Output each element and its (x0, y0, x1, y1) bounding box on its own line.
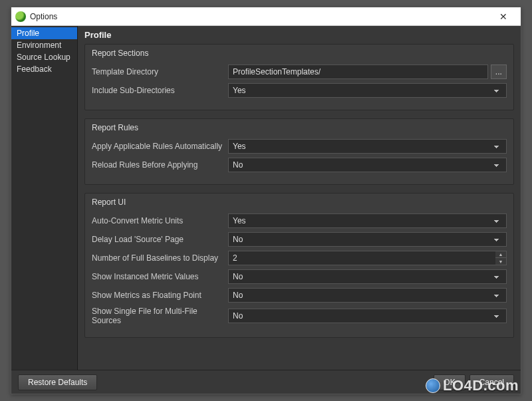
app-icon (15, 11, 26, 22)
watermark: LO4D.com (426, 377, 519, 394)
row-show-single: Show Single File for Multi-File Sources … (92, 307, 507, 325)
spinner-num-baselines[interactable]: ▲ ▼ (495, 251, 507, 265)
label-show-floating: Show Metrics as Floating Point (92, 291, 228, 300)
sidebar-item-profile[interactable]: Profile (11, 27, 77, 39)
row-template-directory: Template Directory ... (92, 65, 507, 79)
select-auto-convert[interactable]: YesNo (228, 213, 507, 228)
chevron-down-icon[interactable]: ▼ (495, 258, 506, 265)
row-auto-convert: Auto-Convert Metric Units YesNo (92, 213, 507, 228)
chevron-up-icon[interactable]: ▲ (495, 251, 506, 258)
label-template-directory: Template Directory (92, 67, 228, 76)
globe-icon (426, 378, 440, 393)
browse-button[interactable]: ... (491, 65, 507, 79)
select-reload-before[interactable]: YesNo (228, 158, 507, 172)
close-icon[interactable]: ✕ (490, 7, 517, 25)
label-show-instanced: Show Instanced Metric Values (92, 272, 228, 281)
sidebar-item-source-lookup[interactable]: Source Lookup (11, 51, 77, 63)
input-template-directory[interactable] (228, 65, 488, 79)
select-apply-auto[interactable]: YesNo (228, 139, 507, 154)
label-auto-convert: Auto-Convert Metric Units (92, 216, 228, 225)
row-apply-auto: Apply Applicable Rules Automatically Yes… (92, 139, 507, 154)
label-include-subdirs: Include Sub-Directories (92, 86, 228, 95)
window-body: Profile Environment Source Lookup Feedba… (11, 26, 521, 370)
page-title: Profile (84, 30, 514, 40)
row-reload-before: Reload Rules Before Applying YesNo (92, 158, 507, 172)
restore-defaults-button[interactable]: Restore Defaults (18, 374, 97, 390)
select-delay-source[interactable]: YesNo (228, 232, 507, 247)
select-include-subdirs[interactable]: YesNo (228, 83, 507, 98)
main-panel: Profile Report Sections Template Directo… (78, 26, 521, 370)
sidebar-item-feedback[interactable]: Feedback (11, 63, 77, 75)
label-show-single: Show Single File for Multi-File Sources (92, 307, 228, 325)
row-show-floating: Show Metrics as Floating Point YesNo (92, 288, 507, 303)
group-title-report-rules: Report Rules (92, 123, 507, 132)
select-show-floating[interactable]: YesNo (228, 288, 507, 303)
group-report-rules: Report Rules Apply Applicable Rules Auto… (84, 118, 514, 185)
label-apply-auto: Apply Applicable Rules Automatically (92, 142, 228, 151)
row-delay-source: Delay Load 'Source' Page YesNo (92, 232, 507, 247)
row-num-baselines: Number of Full Baselines to Display ▲ ▼ (92, 251, 507, 265)
row-include-subdirs: Include Sub-Directories YesNo (92, 83, 507, 98)
sidebar: Profile Environment Source Lookup Feedba… (11, 26, 78, 370)
watermark-text: LO4D.com (443, 377, 519, 394)
select-show-single[interactable]: YesNo (228, 309, 507, 323)
input-num-baselines[interactable] (228, 251, 495, 265)
select-show-instanced[interactable]: YesNo (228, 269, 507, 284)
label-delay-source: Delay Load 'Source' Page (92, 235, 228, 244)
label-num-baselines: Number of Full Baselines to Display (92, 253, 228, 263)
titlebar: Options ✕ (11, 7, 521, 26)
group-report-sections: Report Sections Template Directory ... I… (84, 44, 514, 110)
group-title-report-ui: Report UI (92, 198, 507, 207)
group-title-report-sections: Report Sections (92, 49, 507, 58)
window-title: Options (30, 12, 490, 21)
label-reload-before: Reload Rules Before Applying (92, 160, 228, 170)
sidebar-item-environment[interactable]: Environment (11, 39, 77, 51)
group-report-ui: Report UI Auto-Convert Metric Units YesN… (84, 193, 514, 338)
row-show-instanced: Show Instanced Metric Values YesNo (92, 269, 507, 284)
options-window: Options ✕ Profile Environment Source Loo… (11, 7, 521, 394)
